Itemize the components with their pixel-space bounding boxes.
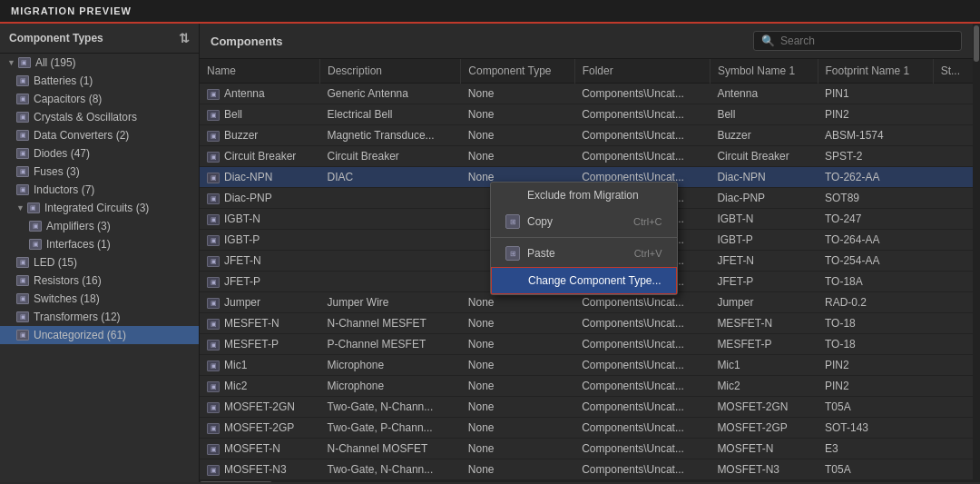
row-icon: ▣	[207, 298, 220, 309]
table-row[interactable]: ▣MOSFET-2GPTwo-Gate, P-Chann...NoneCompo…	[200, 418, 973, 439]
sort-icon[interactable]: ⇅	[179, 31, 190, 45]
sidebar-title: Component Types	[9, 32, 103, 44]
component-icon: ▣	[16, 166, 29, 177]
sidebar-item-label: Data Converters (2)	[34, 129, 129, 142]
search-input[interactable]	[780, 35, 944, 47]
table-row[interactable]: ▣BellElectrical BellNoneComponents\Uncat…	[200, 104, 973, 125]
component-icon: ▣	[16, 112, 29, 123]
component-icon: ▣	[29, 239, 42, 250]
table-row[interactable]: ▣AntennaGeneric AntennaNoneComponents\Un…	[200, 84, 973, 104]
sidebar-item-label: Resistors (16)	[34, 274, 102, 287]
sidebar-tree: ▼▣All (195)▣Batteries (1)▣Capacitors (8)…	[0, 54, 199, 344]
row-icon: ▣	[207, 381, 220, 392]
component-icon: ▣	[29, 221, 42, 232]
sidebar-item-label: Inductors (7)	[34, 183, 94, 196]
column-header-name[interactable]: Name	[200, 59, 320, 84]
row-icon: ▣	[207, 465, 220, 476]
row-icon: ▣	[207, 173, 220, 183]
content-header: Components 🔍	[200, 24, 973, 59]
table-row[interactable]: ▣MOSFET-N3Two-Gate, N-Chann...NoneCompon…	[200, 459, 973, 480]
table-row[interactable]: ▣MESFET-NN-Channel MESFETNoneComponents\…	[200, 313, 973, 334]
context-menu-label: Copy	[527, 215, 633, 228]
sidebar-item-amplifiers[interactable]: ▣Amplifiers (3)	[0, 217, 199, 235]
table-container: NameDescriptionComponent TypeFolderSymbo…	[200, 59, 973, 482]
sidebar-item-inductors[interactable]: ▣Inductors (7)	[0, 181, 199, 199]
row-icon: ▣	[207, 256, 220, 267]
sidebar-item-label: Diodes (47)	[34, 147, 90, 160]
column-header-st...[interactable]: St...	[933, 59, 973, 84]
scrollbar-thumb[interactable]	[200, 481, 272, 482]
menu-icon: ⊞	[505, 214, 520, 229]
sidebar-item-switches[interactable]: ▣Switches (18)	[0, 290, 199, 308]
row-icon: ▣	[207, 235, 220, 246]
table-header-row: NameDescriptionComponent TypeFolderSymbo…	[200, 59, 973, 84]
sidebar-item-crystals[interactable]: ▣Crystals & Oscillators	[0, 108, 199, 126]
row-icon: ▣	[207, 214, 220, 225]
context-menu-item-change[interactable]: Change Component Type...	[491, 267, 677, 294]
component-icon: ▣	[16, 311, 29, 322]
sidebar-item-diodes[interactable]: ▣Diodes (47)	[0, 144, 199, 163]
sidebar-item-batteries[interactable]: ▣Batteries (1)	[0, 72, 199, 90]
row-icon: ▣	[207, 277, 220, 288]
column-header-component-type[interactable]: Component Type	[461, 59, 574, 84]
sidebar-item-uncategorized[interactable]: ▣Uncategorized (61)	[0, 326, 199, 344]
row-icon: ▣	[207, 193, 220, 204]
component-icon: ▣	[16, 75, 29, 86]
sidebar-item-label: Capacitors (8)	[34, 93, 102, 105]
context-menu-divider	[491, 237, 677, 238]
context-menu-shortcut: Ctrl+C	[633, 216, 662, 227]
search-icon: 🔍	[761, 35, 775, 47]
scrollbar-vertical[interactable]	[973, 24, 980, 482]
sidebar-item-resistors[interactable]: ▣Resistors (16)	[0, 272, 199, 290]
sidebar-item-label: Fuses (3)	[34, 165, 80, 178]
context-menu-item-paste[interactable]: ⊞PasteCtrl+V	[491, 240, 677, 267]
context-menu: Exclude from Migration⊞CopyCtrl+C⊞PasteC…	[490, 182, 678, 295]
tree-arrow: ▼	[16, 203, 24, 212]
sidebar-item-fuses[interactable]: ▣Fuses (3)	[0, 163, 199, 181]
context-menu-label: Change Component Type...	[528, 274, 662, 287]
row-icon: ▣	[207, 89, 220, 100]
sidebar-item-label: Uncategorized (61)	[34, 329, 126, 341]
sidebar-item-led[interactable]: ▣LED (15)	[0, 253, 199, 272]
context-menu-item-exclude[interactable]: Exclude from Migration	[491, 183, 677, 208]
column-header-description[interactable]: Description	[320, 59, 461, 84]
scrollbar-horizontal[interactable]	[200, 480, 973, 482]
column-header-symbol-name-1[interactable]: Symbol Name 1	[710, 59, 818, 84]
search-box: 🔍	[753, 31, 962, 51]
sidebar-item-transformers[interactable]: ▣Transformers (12)	[0, 308, 199, 326]
sidebar-item-ic[interactable]: ▼▣Integrated Circuits (3)	[0, 199, 199, 217]
table-row[interactable]: ▣Mic2MicrophoneNoneComponents\Uncat...Mi…	[200, 376, 973, 397]
content-area: Components 🔍 NameDescriptionComponent Ty…	[200, 24, 973, 482]
table-row[interactable]: ▣MOSFET-NN-Channel MOSFETNoneComponents\…	[200, 439, 973, 459]
component-icon: ▣	[16, 184, 29, 195]
table-row[interactable]: ▣Circuit BreakerCircuit BreakerNoneCompo…	[200, 146, 973, 167]
component-icon: ▣	[16, 275, 29, 286]
row-icon: ▣	[207, 444, 220, 455]
context-menu-label: Exclude from Migration	[527, 189, 662, 202]
sidebar-item-dataconv[interactable]: ▣Data Converters (2)	[0, 126, 199, 144]
sidebar-item-label: LED (15)	[34, 256, 77, 269]
table-row[interactable]: ▣MOSFET-2GNTwo-Gate, N-Chann...NoneCompo…	[200, 397, 973, 418]
table-row[interactable]: ▣MESFET-PP-Channel MESFETNoneComponents\…	[200, 334, 973, 355]
sidebar-item-label: Switches (18)	[34, 292, 100, 305]
sidebar-item-label: Interfaces (1)	[46, 238, 111, 251]
sidebar-item-all[interactable]: ▼▣All (195)	[0, 54, 199, 72]
context-menu-item-copy[interactable]: ⊞CopyCtrl+C	[491, 208, 677, 235]
component-icon: ▣	[16, 293, 29, 304]
sidebar-item-label: All (195)	[35, 56, 76, 69]
scrollbar-v-thumb[interactable]	[974, 25, 979, 62]
row-icon: ▣	[207, 152, 220, 163]
sidebar-header: Component Types ⇅	[0, 24, 199, 54]
component-icon: ▣	[27, 202, 40, 213]
row-icon: ▣	[207, 340, 220, 351]
sidebar-item-label: Crystals & Oscillators	[34, 111, 137, 123]
table-row[interactable]: ▣BuzzerMagnetic Transduce...NoneComponen…	[200, 125, 973, 146]
sidebar-item-capacitors[interactable]: ▣Capacitors (8)	[0, 90, 199, 108]
column-header-footprint-name-1[interactable]: Footprint Name 1	[818, 59, 933, 84]
sidebar: Component Types ⇅ ▼▣All (195)▣Batteries …	[0, 24, 200, 482]
component-icon: ▣	[16, 130, 29, 141]
sidebar-item-interfaces[interactable]: ▣Interfaces (1)	[0, 235, 199, 253]
content-title: Components	[211, 35, 282, 48]
column-header-folder[interactable]: Folder	[574, 59, 710, 84]
table-row[interactable]: ▣Mic1MicrophoneNoneComponents\Uncat...Mi…	[200, 355, 973, 376]
